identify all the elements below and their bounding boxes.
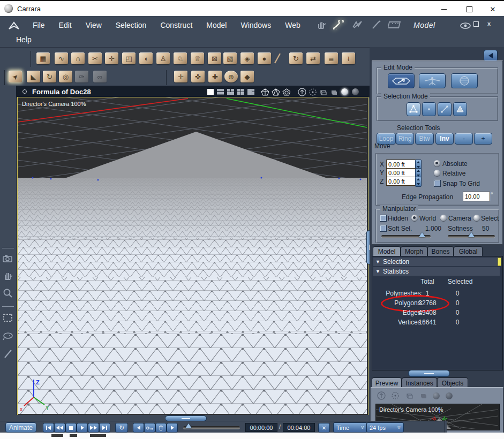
wrench-mode-icon[interactable] (332, 19, 346, 30)
last-frame-button[interactable] (99, 423, 110, 433)
selection-radio[interactable] (473, 215, 480, 221)
absolute-radio[interactable] (434, 160, 440, 166)
play-button[interactable] (77, 423, 88, 433)
solid-cube-icon[interactable] (330, 88, 338, 95)
plus-button[interactable]: + (474, 133, 492, 145)
soft-sel-checkbox[interactable] (380, 225, 387, 232)
film-mode-icon[interactable] (388, 19, 402, 30)
tab-objects[interactable]: Objects (437, 377, 468, 388)
paint-select-icon[interactable] (2, 348, 14, 360)
snap-to-grid-checkbox[interactable] (434, 180, 441, 187)
preview-wire-cube-icon[interactable] (404, 391, 414, 400)
timeline-scrubber[interactable] (183, 426, 240, 429)
lathe-tool-icon[interactable]: ♙ (156, 52, 170, 64)
next-key-button[interactable] (167, 423, 178, 433)
viewport-dot-icon[interactable] (22, 89, 27, 94)
translate-y-tool-icon[interactable]: ✜ (191, 71, 205, 82)
tab-morph[interactable]: Morph (401, 246, 427, 256)
lasso-select-icon[interactable] (2, 330, 14, 342)
menu-file[interactable]: File (27, 19, 51, 31)
grid-tool-icon[interactable]: ▦ (36, 52, 50, 64)
zoom-icon[interactable] (2, 287, 14, 299)
x-value-field[interactable]: 0.00 ft (386, 160, 417, 169)
brush-mode-icon[interactable] (370, 19, 383, 30)
goblet-tool-icon[interactable]: ♕ (191, 52, 204, 64)
camera-radio[interactable] (440, 215, 447, 221)
tab-global[interactable]: Global (454, 246, 483, 256)
link-tool-icon[interactable]: ∞ (93, 71, 107, 82)
menu-windows[interactable]: Windows (235, 19, 277, 31)
camera-up-icon[interactable] (298, 88, 306, 95)
hand-mode-icon[interactable] (315, 19, 329, 30)
panel-scrollbar[interactable] (498, 258, 501, 266)
panel-restore-icon[interactable] (473, 21, 479, 28)
preview-camera-up-icon[interactable] (377, 391, 386, 400)
wire-sphere-1-icon[interactable] (261, 88, 269, 95)
half-sphere-tool-icon[interactable]: ◖ (139, 52, 153, 64)
preview-solid-cube-icon[interactable] (418, 391, 428, 400)
eyedropper-tool-icon[interactable]: ✑ (75, 71, 88, 82)
add-point-tool-icon[interactable]: ✛ (105, 52, 118, 64)
tab-bones[interactable]: Bones (427, 246, 454, 256)
edit-mode-figure-button[interactable] (419, 73, 446, 88)
softness-slider[interactable] (448, 235, 495, 238)
ring-tool-icon[interactable]: ◎ (59, 71, 72, 82)
current-time-field[interactable]: 00:00:00 (245, 423, 277, 432)
menu-construct[interactable]: Construct (154, 19, 198, 31)
layout-single-icon[interactable] (206, 88, 214, 95)
translate-tool-icon[interactable]: ✛ (174, 71, 187, 82)
select-vertices-button[interactable] (407, 102, 420, 116)
minimize-button[interactable] (437, 4, 452, 14)
end-time-field[interactable]: 00:04:00 (283, 423, 315, 432)
ring-button[interactable]: Ring (396, 133, 414, 145)
frame-rate-dropdown[interactable]: 24 fps« (366, 422, 404, 433)
edit-mode-vertex-button[interactable] (388, 73, 415, 88)
delete-key-button[interactable] (155, 423, 167, 433)
first-frame-button[interactable] (43, 423, 54, 433)
select-arrow-tool-icon[interactable]: ➤ (9, 71, 22, 82)
pan-hand-icon[interactable] (2, 270, 14, 282)
menu-web[interactable]: Web (279, 19, 306, 31)
eye-icon[interactable] (458, 20, 472, 31)
layout-big-left-icon[interactable] (247, 88, 255, 95)
minus-button[interactable]: - (455, 133, 473, 145)
collapse-panel-button[interactable] (484, 50, 498, 62)
sphere-tool-icon[interactable]: ● (258, 52, 271, 64)
menu-selection[interactable]: Selection (110, 19, 153, 31)
z-stepper[interactable] (415, 177, 422, 187)
add-key-button[interactable] (144, 423, 155, 433)
loop-button[interactable]: ↻ (115, 423, 128, 433)
y-value-field[interactable]: 0.00 ft (386, 168, 417, 177)
stack-tool-icon[interactable]: ≣ (325, 52, 338, 64)
relative-radio[interactable] (434, 170, 440, 176)
layout-quad-icon[interactable] (237, 88, 245, 95)
menu-edit[interactable]: Edit (53, 19, 78, 31)
wire-sphere-2-icon[interactable] (272, 88, 280, 95)
orbit-icon[interactable] (309, 88, 317, 95)
btw-button[interactable]: Btw (415, 133, 434, 145)
marquee-select-icon[interactable] (2, 312, 14, 324)
shaded-sphere-icon[interactable] (341, 88, 349, 95)
statistics-section-header[interactable]: ▼Statistics (373, 267, 500, 276)
inv-button[interactable]: Inv (435, 133, 454, 145)
menu-view[interactable]: View (80, 19, 108, 31)
rewind-button[interactable] (54, 423, 65, 433)
camera-icon[interactable] (2, 253, 14, 264)
maximize-button[interactable] (462, 4, 477, 14)
panel-splitter-handle[interactable] (408, 370, 450, 377)
universal-manipulator-icon[interactable]: ⊕ (224, 71, 238, 82)
rotate-page-tool-icon[interactable]: ↻ (289, 52, 303, 64)
cube-tool-icon[interactable]: ▧ (223, 52, 237, 64)
preview-shaded-sphere-icon[interactable] (431, 391, 441, 400)
edge-propagation-field[interactable]: 10.00 (463, 192, 490, 201)
shield-cube-tool-icon[interactable]: ◆ (240, 71, 254, 82)
menu-model[interactable]: Model (200, 19, 232, 31)
translate-z-tool-icon[interactable]: ✚ (208, 71, 222, 82)
edit-mode-sphere-button[interactable] (451, 73, 478, 88)
textured-sphere-icon[interactable] (351, 88, 359, 95)
scissors-tool-icon[interactable]: ✂ (88, 52, 102, 64)
scale-marquee-tool-icon[interactable]: ◰ (122, 52, 136, 64)
hidden-checkbox[interactable] (380, 215, 387, 222)
wire-sphere-3-icon[interactable] (282, 88, 290, 95)
swap-tool-icon[interactable]: ⇄ (306, 52, 320, 64)
